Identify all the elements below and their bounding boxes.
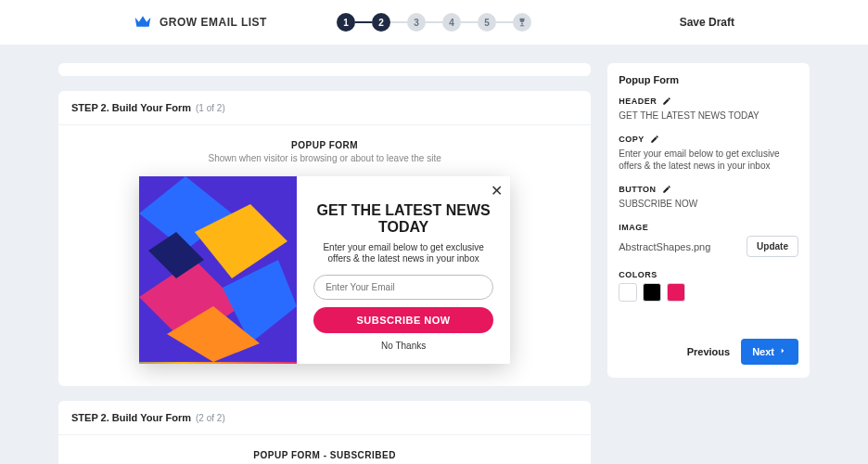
subscribe-button[interactable]: SUBSCRIBE NOW bbox=[313, 307, 493, 333]
brand-title: GROW EMAIL LIST bbox=[160, 16, 267, 29]
card-step2-popup: STEP 2. Build Your Form (1 of 2) POPUP F… bbox=[58, 91, 591, 386]
step-1[interactable]: 1 bbox=[337, 13, 355, 32]
field-label-header: HEADER bbox=[619, 97, 657, 106]
step-count: (2 of 2) bbox=[196, 413, 225, 423]
brand: GROW EMAIL LIST bbox=[134, 14, 267, 32]
previous-button[interactable]: Previous bbox=[687, 346, 730, 357]
card-step2-subscribed: STEP 2. Build Your Form (2 of 2) POPUP F… bbox=[58, 401, 591, 464]
topbar: GROW EMAIL LIST 1 2 3 4 5 Save Draft bbox=[0, 0, 868, 45]
image-filename: AbstractShapes.png bbox=[619, 241, 710, 252]
step-sep-3 bbox=[426, 21, 442, 23]
field-label-image: IMAGE bbox=[619, 223, 648, 232]
update-image-button[interactable]: Update bbox=[747, 236, 798, 257]
field-label-copy: COPY bbox=[619, 135, 645, 144]
card-header-step2b: STEP 2. Build Your Form (2 of 2) bbox=[58, 401, 591, 435]
save-draft-link[interactable]: Save Draft bbox=[680, 16, 734, 29]
step-sep-2 bbox=[390, 21, 407, 23]
next-button[interactable]: Next bbox=[741, 339, 798, 365]
panel-title: Popup Form bbox=[619, 74, 798, 85]
close-icon[interactable]: ✕ bbox=[491, 182, 503, 200]
next-label: Next bbox=[752, 346, 774, 357]
popup-preview: ✕ GET THE LATEST NEWS TO bbox=[139, 176, 510, 364]
color-swatch-black[interactable] bbox=[643, 283, 661, 302]
popup-image bbox=[139, 176, 297, 364]
step-label: STEP 2. Build Your Form bbox=[71, 412, 191, 423]
field-label-colors: COLORS bbox=[619, 270, 657, 279]
step-count: (1 of 2) bbox=[196, 103, 225, 113]
trophy-icon bbox=[513, 13, 531, 32]
editor-panel: Popup Form HEADER GET THE LATEST NEWS TO… bbox=[607, 63, 810, 378]
color-swatches bbox=[619, 283, 798, 302]
popup-copy: Enter your email below to get exclusive … bbox=[313, 242, 493, 265]
popup-form-title: POPUP FORM bbox=[77, 140, 572, 150]
popup-subscribed-title: POPUP FORM - SUBSCRIBED bbox=[77, 450, 572, 460]
pencil-icon[interactable] bbox=[662, 185, 671, 194]
popup-form-sub: Shown when visitor is browsing or about … bbox=[77, 153, 572, 163]
step-sep-1 bbox=[355, 21, 372, 23]
step-sep-4 bbox=[461, 21, 478, 23]
stepper: 1 2 3 4 5 bbox=[337, 13, 531, 32]
pencil-icon[interactable] bbox=[662, 97, 671, 106]
field-value-header: GET THE LATEST NEWS TODAY bbox=[619, 110, 798, 122]
step-label: STEP 2. Build Your Form bbox=[71, 102, 191, 113]
color-swatch-pink[interactable] bbox=[667, 283, 685, 302]
step-sep-5 bbox=[496, 21, 513, 23]
crown-icon bbox=[134, 14, 152, 32]
collapsed-step-card bbox=[58, 63, 591, 76]
field-label-button: BUTTON bbox=[619, 185, 656, 194]
step-2[interactable]: 2 bbox=[372, 13, 390, 32]
field-value-button: SUBSCRIBE NOW bbox=[619, 198, 798, 210]
email-input[interactable] bbox=[313, 275, 493, 300]
step-4[interactable]: 4 bbox=[442, 13, 461, 32]
popup-heading: GET THE LATEST NEWS TODAY bbox=[313, 202, 493, 237]
step-3[interactable]: 3 bbox=[407, 13, 426, 32]
pencil-icon[interactable] bbox=[650, 135, 659, 144]
card-header-step2a: STEP 2. Build Your Form (1 of 2) bbox=[58, 91, 591, 125]
no-thanks-link[interactable]: No Thanks bbox=[381, 341, 426, 351]
field-value-copy: Enter your email below to get exclusive … bbox=[619, 148, 798, 172]
step-5[interactable]: 5 bbox=[478, 13, 496, 32]
color-swatch-white[interactable] bbox=[619, 283, 637, 302]
chevron-right-icon bbox=[778, 346, 787, 357]
